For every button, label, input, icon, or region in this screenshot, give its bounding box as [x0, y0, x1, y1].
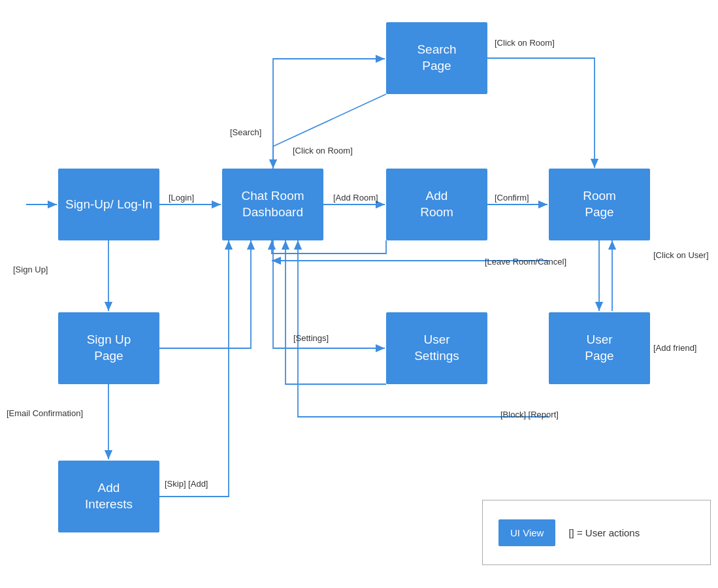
legend-node: UI View [498, 519, 555, 546]
label-search: [Search] [230, 127, 261, 137]
node-signup-login: Sign-Up/ Log-In [58, 169, 159, 240]
label-sign-up: [Sign Up] [13, 265, 48, 274]
node-user-settings: UserSettings [386, 312, 487, 384]
node-user-page: UserPage [549, 312, 650, 384]
node-add-interests: AddInterests [58, 461, 159, 532]
diagram-container: Sign-Up/ Log-In Chat RoomDashboard AddRo… [0, 0, 718, 588]
node-room-page: RoomPage [549, 169, 650, 240]
label-block-report: [Block] [Report] [500, 410, 559, 419]
label-confirm: [Confirm] [495, 193, 529, 203]
label-login: [Login] [169, 193, 194, 203]
label-settings: [Settings] [293, 333, 329, 343]
label-add-friend: [Add friend] [653, 343, 697, 353]
node-search-page: SearchPage [386, 22, 487, 94]
legend-text: [] = User actions [568, 527, 640, 538]
node-chatroom-dashboard: Chat RoomDashboard [222, 169, 323, 240]
legend-box: UI View [] = User actions [482, 500, 711, 565]
node-sign-up-page: Sign UpPage [58, 312, 159, 384]
label-click-room-dashboard: [Click on Room] [293, 146, 353, 155]
label-leave-room: [Leave Room/Cancel] [485, 257, 566, 267]
label-add-room: [Add Room] [333, 193, 378, 203]
label-email-confirmation: [Email Confirmation] [7, 408, 83, 418]
node-add-room: AddRoom [386, 169, 487, 240]
label-skip-add: [Skip] [Add] [165, 479, 208, 489]
label-click-on-user: [Click on User] [653, 250, 709, 260]
label-click-room-search: [Click on Room] [495, 38, 555, 48]
